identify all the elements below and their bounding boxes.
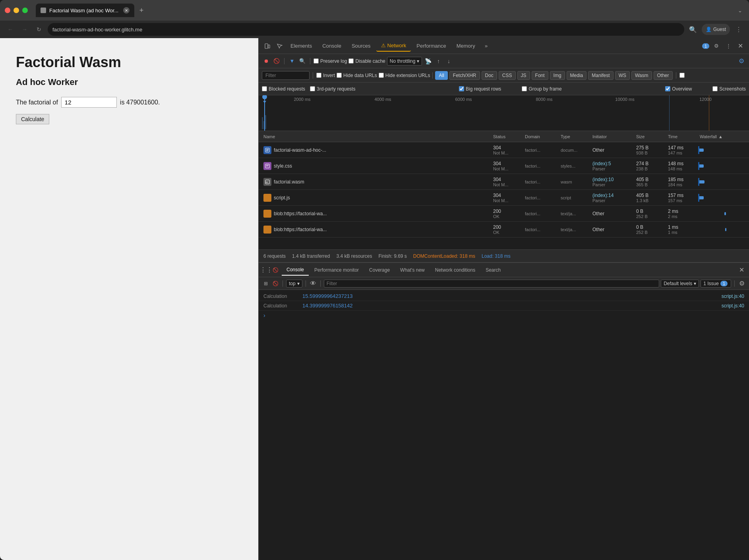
console-eye-icon[interactable]: 👁 xyxy=(309,280,317,288)
filter-wasm[interactable]: Wasm xyxy=(631,71,652,80)
console-prompt[interactable]: › xyxy=(259,311,749,320)
console-link-2[interactable]: script.js:40 xyxy=(722,303,744,309)
table-row[interactable]: JS script.js 304 Not M... factori... scr… xyxy=(259,190,749,206)
screenshots-checkbox[interactable]: Screenshots xyxy=(712,86,746,92)
filter-doc[interactable]: Doc xyxy=(482,71,497,80)
console-tab-performance[interactable]: Performance monitor xyxy=(310,265,364,276)
devtools-more-button[interactable]: ⋮ xyxy=(723,41,734,52)
minimize-button[interactable] xyxy=(14,8,19,13)
more-options-button[interactable]: ⋮ xyxy=(733,24,744,35)
reload-button[interactable]: ↻ xyxy=(33,24,45,35)
filter-icon[interactable]: ▼ xyxy=(288,57,296,66)
blocked-requests-checkbox[interactable]: Blocked requests xyxy=(262,86,305,92)
clear-button[interactable]: 🚫 xyxy=(272,57,281,66)
filter-img[interactable]: Img xyxy=(550,71,565,80)
filter-media[interactable]: Media xyxy=(567,71,587,80)
file-name-1: factorial-wasm-ad-hoc-... xyxy=(274,147,326,153)
group-by-frame-checkbox[interactable]: Group by frame xyxy=(522,86,561,92)
filter-all[interactable]: All xyxy=(435,71,447,80)
th-size[interactable]: Size xyxy=(635,134,666,139)
td-time-4: 157 ms 157 ms xyxy=(666,192,698,204)
th-time[interactable]: Time xyxy=(666,134,698,139)
console-settings-icon[interactable]: ⚙ xyxy=(738,280,746,288)
dt-tab-network[interactable]: ⚠Network xyxy=(376,41,411,52)
table-row[interactable]: style.css 304 Not M... factori... styles… xyxy=(259,158,749,174)
blocked-cookies-checkbox[interactable] xyxy=(679,73,686,78)
filter-css[interactable]: CSS xyxy=(499,71,516,80)
table-row[interactable]: W factorial.wasm 304 Not M... factori...… xyxy=(259,174,749,190)
dt-tab-performance[interactable]: Performance xyxy=(412,41,451,52)
console-tab-coverage[interactable]: Coverage xyxy=(364,265,395,276)
overview-checkbox[interactable]: Overview xyxy=(665,86,692,92)
issues-badge[interactable]: 1 xyxy=(702,43,709,49)
console-tab-console[interactable]: Console xyxy=(282,265,309,276)
more-tabs-button[interactable]: » xyxy=(481,41,492,52)
device-toolbar-icon[interactable] xyxy=(262,41,273,52)
context-selector[interactable]: top ▾ xyxy=(286,280,302,288)
th-initiator[interactable]: Initiator xyxy=(591,134,635,139)
console-tab-network[interactable]: Network conditions xyxy=(430,265,480,276)
big-request-rows-checkbox[interactable]: Big request rows xyxy=(459,86,501,92)
dt-tab-elements[interactable]: Elements xyxy=(286,41,317,52)
th-waterfall[interactable]: Waterfall ▲ xyxy=(698,134,746,139)
console-clear-icon[interactable]: 🚫 xyxy=(271,266,279,274)
disable-cache-checkbox[interactable]: Disable cache xyxy=(348,58,385,64)
url-bar[interactable]: factorial-wasm-ad-hoc-worker.glitch.me xyxy=(48,23,684,36)
factorial-input[interactable] xyxy=(61,97,117,108)
tab-title: Factorial Wasm (ad hoc Wor... xyxy=(49,8,118,14)
network-conditions-icon[interactable]: 📡 xyxy=(424,57,432,66)
maximize-button[interactable] xyxy=(22,8,28,13)
console-levels-dropdown[interactable]: Default levels ▾ xyxy=(661,280,699,288)
zoom-button[interactable]: 🔍 xyxy=(687,24,699,35)
th-name[interactable]: Name xyxy=(262,134,492,139)
guest-button[interactable]: 👤 Guest xyxy=(702,24,730,35)
tab-close-button[interactable]: ✕ xyxy=(123,7,130,14)
filter-input[interactable] xyxy=(262,71,310,80)
close-button[interactable] xyxy=(5,8,10,13)
console-sidebar-icon[interactable]: ⊞ xyxy=(262,280,270,288)
dt-tab-console[interactable]: Console xyxy=(317,41,346,52)
tab-menu-icon[interactable]: ⌄ xyxy=(735,6,744,15)
throttle-dropdown[interactable]: No throttling ▾ xyxy=(387,57,422,66)
table-row[interactable]: factorial-wasm-ad-hoc-... 304 Not M... f… xyxy=(259,142,749,158)
filter-manifest[interactable]: Manifest xyxy=(588,71,613,80)
th-status[interactable]: Status xyxy=(492,134,523,139)
console-prefix-1: Calculation xyxy=(263,294,299,299)
back-button[interactable]: ← xyxy=(5,24,16,35)
filter-js[interactable]: JS xyxy=(517,71,530,80)
new-tab-button[interactable]: + xyxy=(136,5,147,16)
forward-button[interactable]: → xyxy=(19,24,30,35)
filter-fetch-xhr[interactable]: Fetch/XHR xyxy=(449,71,480,80)
active-tab[interactable]: Factorial Wasm (ad hoc Wor... ✕ xyxy=(36,4,134,17)
console-tab-search[interactable]: Search xyxy=(481,265,505,276)
elements-panel-icon[interactable] xyxy=(274,41,285,52)
hide-extension-urls-checkbox[interactable]: Hide extension URLs xyxy=(379,73,430,78)
devtools-close-button[interactable]: ✕ xyxy=(735,41,746,52)
filter-ws[interactable]: WS xyxy=(615,71,630,80)
hide-data-urls-checkbox[interactable]: Hide data URLs xyxy=(337,73,377,78)
dt-tab-memory[interactable]: Memory xyxy=(452,41,480,52)
calculate-button[interactable]: Calculate xyxy=(16,114,49,124)
console-tab-whats-new[interactable]: What's new xyxy=(395,265,430,276)
invert-checkbox[interactable]: Invert xyxy=(316,73,335,78)
filter-other[interactable]: Other xyxy=(654,71,673,80)
console-block-icon[interactable]: 🚫 xyxy=(271,280,279,288)
console-filter-input[interactable] xyxy=(324,280,659,288)
filter-font[interactable]: Font xyxy=(532,71,548,80)
search-icon[interactable]: 🔍 xyxy=(298,57,307,66)
console-link-1[interactable]: script.js:40 xyxy=(722,294,744,299)
th-domain[interactable]: Domain xyxy=(523,134,559,139)
td-name-5: blob:https://factorial-wa... xyxy=(262,209,492,218)
th-type[interactable]: Type xyxy=(559,134,591,139)
console-close-button[interactable]: ✕ xyxy=(737,266,746,274)
preserve-log-checkbox[interactable]: Preserve log xyxy=(314,58,347,64)
record-button[interactable]: ⏺ xyxy=(262,57,271,66)
devtools-settings-button[interactable]: ⚙ xyxy=(711,41,722,52)
export-icon[interactable]: ↓ xyxy=(444,57,453,66)
table-row[interactable]: blob:https://factorial-wa... 200 OK fact… xyxy=(259,206,749,222)
third-party-checkbox[interactable]: 3rd-party requests xyxy=(310,86,355,92)
table-row[interactable]: blob:https://factorial-wa... 200 OK fact… xyxy=(259,222,749,238)
import-icon[interactable]: ↑ xyxy=(434,57,443,66)
network-settings-icon[interactable]: ⚙ xyxy=(737,57,746,66)
dt-tab-sources[interactable]: Sources xyxy=(347,41,375,52)
